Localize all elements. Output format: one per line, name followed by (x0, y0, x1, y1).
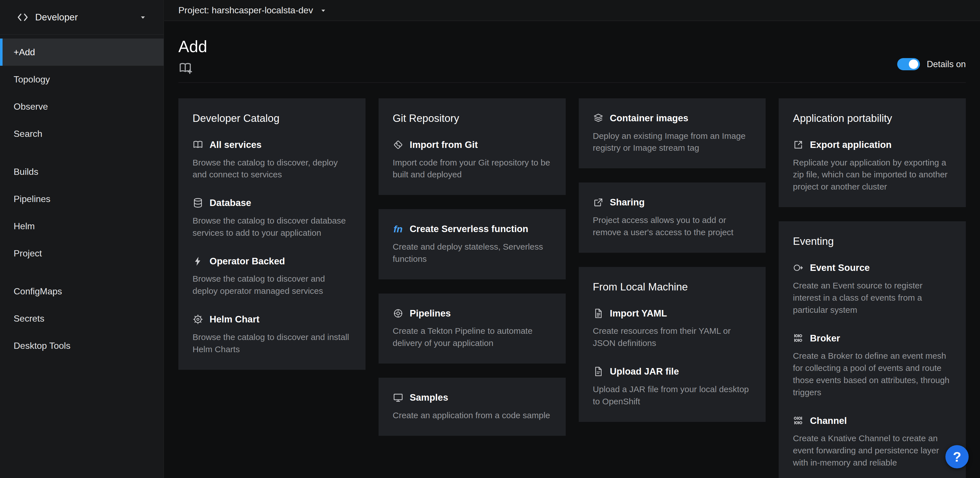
tile-helm-chart[interactable]: Helm Chart Browse the catalog to discove… (192, 314, 352, 355)
tile-title: Import from Git (410, 139, 478, 151)
card-serverless-function: fn Create Serverless function Create and… (379, 209, 566, 279)
grid-column-4: Application portability Export applicati… (779, 98, 966, 478)
database-icon (192, 197, 203, 208)
header-divider (178, 83, 966, 83)
sidebar-item-secrets[interactable]: Secrets (0, 305, 164, 332)
tile-import-yaml[interactable]: Import YAML Create resources from their … (593, 308, 752, 349)
share-icon (593, 197, 604, 208)
tile-description: Create and deploy stateless, Serverless … (393, 241, 552, 265)
perspective-switcher[interactable]: Developer (0, 0, 164, 35)
project-selector[interactable]: Project: harshcasper-localsta-dev (178, 5, 327, 16)
tile-operator-backed[interactable]: Operator Backed Browse the catalog to di… (192, 256, 352, 297)
help-button[interactable]: ? (945, 445, 969, 468)
tile-description: Create an Event source to register inter… (793, 279, 951, 316)
tile-title: Upload JAR file (610, 366, 679, 377)
add-page-grid: Developer Catalog All services Browse th… (178, 98, 966, 478)
card-sharing: Sharing Project access allows you to add… (579, 183, 766, 252)
tile-description: Project access allows you to add or remo… (593, 214, 752, 238)
tile-upload-jar-file[interactable]: Upload JAR file Upload a JAR file from y… (593, 366, 752, 407)
sidebar-item-configmaps[interactable]: ConfigMaps (0, 278, 164, 305)
tile-channel[interactable]: Channel Create a Knative Channel to crea… (793, 415, 951, 469)
perspective-label: Developer (35, 12, 78, 23)
tile-title: Pipelines (410, 308, 451, 319)
jar-file-icon (593, 366, 604, 377)
sidebar-item-topology[interactable]: Topology (0, 66, 164, 93)
tile-title: Operator Backed (210, 256, 285, 267)
helm-icon (192, 314, 203, 325)
card-git-repository: Git Repository Import from Git Import co… (379, 98, 566, 195)
tile-pipelines[interactable]: Pipelines Create a Tekton Pipeline to au… (393, 308, 552, 349)
grid-column-3: Container images Deploy an existing Imag… (579, 98, 766, 422)
tile-title: Sharing (610, 197, 645, 208)
toggle-knob (909, 59, 918, 69)
sidebar-item-desktop-tools[interactable]: Desktop Tools (0, 332, 164, 359)
tile-title: Import YAML (610, 308, 667, 319)
details-toggle[interactable] (897, 58, 920, 70)
tile-title: Create Serverless function (410, 223, 528, 235)
card-title: Git Repository (393, 113, 552, 124)
book-icon (192, 140, 203, 150)
tile-export-application[interactable]: Export application Replicate your applic… (793, 139, 951, 193)
tile-description: Create an application from a code sample (393, 410, 552, 422)
details-toggle-label: Details on (927, 59, 966, 70)
fn-icon: fn (393, 224, 404, 234)
card-from-local-machine: From Local Machine Import YAML Create re… (579, 267, 766, 422)
tile-description: Browse the catalog to discover, deploy a… (192, 157, 352, 181)
tile-title: Samples (410, 392, 448, 403)
tile-description: Browse the catalog to discover and insta… (192, 331, 352, 356)
code-icon (16, 11, 29, 24)
page-title: Add (178, 37, 966, 56)
card-eventing: Eventing Event Source Create an Event so… (779, 221, 966, 478)
tile-title: Channel (810, 415, 847, 426)
pipelines-icon (393, 308, 404, 319)
tile-description: Create a Knative Channel to create an ev… (793, 432, 951, 469)
tile-description: Browse the catalog to discover database … (192, 215, 352, 239)
card-title: Application portability (793, 113, 951, 124)
tile-sharing[interactable]: Sharing Project access allows you to add… (593, 197, 752, 238)
sidebar-item-helm[interactable]: Helm (0, 213, 164, 240)
tile-event-source[interactable]: Event Source Create an Event source to r… (793, 262, 951, 316)
sidebar-item-search[interactable]: Search (0, 120, 164, 147)
tile-broker[interactable]: Broker Create a Broker to define an even… (793, 333, 951, 399)
tile-import-from-git[interactable]: Import from Git Import code from your Gi… (393, 139, 552, 181)
tile-description: Replicate your application by exporting … (793, 157, 951, 193)
book-plus-icon (178, 61, 193, 76)
tile-container-images[interactable]: Container images Deploy an existing Imag… (593, 113, 752, 154)
tile-title: Database (210, 197, 251, 208)
git-icon (393, 140, 404, 150)
nav-group-3: ConfigMaps Secrets Desktop Tools (0, 278, 164, 359)
tile-title: Export application (810, 139, 891, 151)
tile-create-serverless-function[interactable]: fn Create Serverless function Create and… (393, 223, 552, 265)
card-container-images: Container images Deploy an existing Imag… (579, 98, 766, 168)
grid-column-2: Git Repository Import from Git Import co… (379, 98, 566, 436)
sidebar-item-builds[interactable]: Builds (0, 158, 164, 185)
tile-title: Broker (810, 333, 840, 344)
sidebar-item-add[interactable]: +Add (0, 38, 164, 66)
card-pipelines: Pipelines Create a Tekton Pipeline to au… (379, 294, 566, 364)
samples-icon (393, 392, 404, 403)
bolt-icon (192, 256, 203, 267)
card-samples: Samples Create an application from a cod… (379, 378, 566, 435)
sidebar-item-project[interactable]: Project (0, 240, 164, 267)
sidebar-item-pipelines[interactable]: Pipelines (0, 185, 164, 213)
caret-down-icon (138, 13, 147, 22)
details-toggle-row: Details on (897, 58, 966, 70)
page-header: Add Details on (178, 21, 966, 83)
channel-icon (793, 415, 803, 426)
tile-description: Create resources from their YAML or JSON… (593, 325, 752, 349)
card-title: From Local Machine (593, 281, 752, 293)
card-developer-catalog: Developer Catalog All services Browse th… (178, 98, 366, 370)
card-application-portability: Application portability Export applicati… (779, 98, 966, 207)
sidebar-item-observe[interactable]: Observe (0, 93, 164, 120)
tile-description: Upload a JAR file from your local deskto… (593, 383, 752, 408)
tile-all-services[interactable]: All services Browse the catalog to disco… (192, 139, 352, 181)
help-button-label: ? (953, 449, 961, 465)
add-page: Add Details on Developer Catalog All ser… (164, 21, 980, 478)
tile-database[interactable]: Database Browse the catalog to discover … (192, 197, 352, 239)
tile-description: Create a Broker to define an event mesh … (793, 350, 951, 399)
tile-samples[interactable]: Samples Create an application from a cod… (393, 392, 552, 421)
broker-icon (793, 333, 803, 343)
tile-title: Container images (610, 113, 689, 124)
tile-title: All services (210, 139, 261, 151)
sidebar-nav: +Add Topology Observe Search Builds Pipe… (0, 35, 164, 359)
